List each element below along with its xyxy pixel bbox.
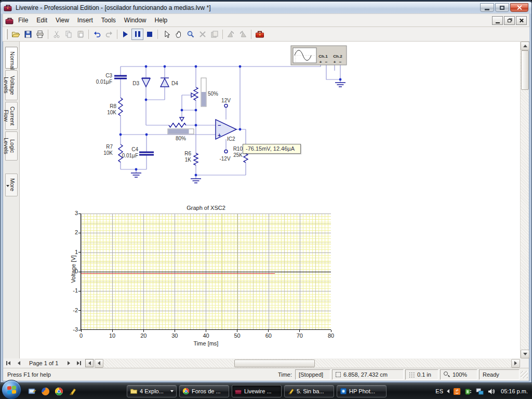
start-button[interactable] (2, 380, 21, 399)
ground-symbol[interactable] (335, 83, 345, 87)
scroll-up-button[interactable] (521, 42, 529, 50)
taskbar-item-sin-ba[interactable]: 5. Sin ba... (284, 385, 334, 397)
diode-d4[interactable] (161, 78, 169, 87)
label-pot1: 50% (208, 91, 218, 97)
delete-tool-button[interactable] (196, 29, 208, 40)
oscilloscope-xsc2[interactable]: Ch.1 Ch.2 + − + − (291, 46, 347, 65)
redo-icon (105, 30, 113, 38)
next-page-button[interactable] (63, 359, 74, 367)
capacitor-c3[interactable] (114, 76, 127, 78)
diode-d3[interactable] (142, 78, 150, 87)
java-icon[interactable] (453, 388, 461, 395)
potentiometer-50[interactable] (180, 87, 198, 121)
ground-symbol[interactable] (131, 173, 141, 177)
library-button[interactable] (208, 29, 220, 40)
copy-button[interactable] (62, 29, 74, 40)
taskbar-item-foros[interactable]: Foros de ... (179, 385, 229, 397)
copy-icon (64, 30, 73, 38)
capacitor-c4[interactable] (139, 152, 154, 155)
last-page-button[interactable] (74, 359, 84, 367)
wires[interactable] (121, 65, 340, 179)
horizontal-scroll-track[interactable] (103, 359, 511, 368)
x-tick-label: 40 (198, 332, 214, 339)
mdi-restore-button[interactable] (504, 16, 515, 25)
tray-collapse-icon[interactable] (447, 389, 449, 393)
redo-button[interactable] (103, 29, 115, 40)
menu-insert[interactable]: Insert (73, 15, 97, 26)
close-button[interactable] (510, 3, 528, 12)
stop-button[interactable] (143, 29, 155, 40)
ground-symbol[interactable] (191, 179, 201, 183)
maximize-button[interactable] (495, 3, 509, 12)
chrome-icon[interactable] (55, 387, 63, 396)
resistor-r6[interactable] (194, 153, 198, 165)
rotate-right-button[interactable] (237, 29, 249, 40)
x-tick-label: 10 (104, 332, 120, 339)
scroll-right-button[interactable] (511, 359, 520, 368)
vertical-scroll-track[interactable] (521, 50, 529, 350)
tab-normal[interactable]: Normal (5, 47, 18, 69)
volume-icon[interactable] (487, 388, 495, 395)
undo-button[interactable] (91, 29, 103, 40)
network-icon[interactable] (476, 388, 484, 395)
taskbar-clock[interactable]: 05:16 p.m. (501, 388, 528, 394)
y-tick-label: 0 (61, 268, 78, 274)
taskbar-item-explorer[interactable]: 4 Explo... (127, 385, 177, 397)
mdi-minimize-button[interactable] (492, 16, 503, 25)
select-tool-button[interactable] (161, 29, 172, 40)
mdi-close-icon (519, 18, 524, 23)
run-button[interactable] (119, 29, 131, 40)
scroll-down-button[interactable] (521, 350, 529, 358)
power-plug-icon[interactable] (464, 388, 472, 395)
taskbar-item-livewire[interactable]: Livewire ... (232, 385, 282, 397)
potentiometer-80[interactable] (169, 123, 186, 127)
undo-icon (93, 30, 101, 38)
tab-voltage-levels[interactable]: Voltage Levels (5, 70, 18, 100)
zoom-tool-button[interactable] (184, 29, 196, 40)
vertical-scrollbar[interactable] (520, 42, 529, 358)
supply-positive-terminal[interactable] (224, 104, 228, 108)
menu-tools[interactable]: Tools (97, 15, 120, 26)
open-button[interactable] (10, 29, 22, 40)
menu-help[interactable]: Help (151, 15, 172, 26)
toolbox-button[interactable] (254, 29, 265, 40)
tab-more[interactable]: More (5, 174, 18, 196)
previous-page-button[interactable] (14, 359, 24, 367)
pot-sliders[interactable] (168, 78, 206, 134)
pane-splitter-button[interactable] (85, 359, 94, 367)
tab-current-flow[interactable]: Current Flow (5, 102, 18, 130)
resize-grip[interactable] (521, 371, 528, 378)
firefox-icon[interactable] (41, 387, 50, 396)
tab-logic-levels[interactable]: Logic Levels (5, 131, 18, 161)
pause-button[interactable] (131, 29, 143, 40)
scope-ch1-label: Ch.1 (318, 54, 328, 59)
taskbar-item-hp-photo[interactable]: HP Phot... (337, 385, 387, 397)
status-zoom[interactable]: 100% (440, 369, 477, 380)
document-icon[interactable] (5, 16, 14, 25)
rotate-left-button[interactable] (225, 29, 237, 40)
toolbar-grip[interactable] (6, 29, 8, 39)
pan-tool-button[interactable] (172, 29, 184, 40)
supply-negative-terminal[interactable] (224, 150, 228, 153)
mdi-close-button[interactable] (516, 16, 527, 25)
paste-button[interactable] (74, 29, 86, 40)
menu-window[interactable]: Window (120, 15, 151, 26)
language-indicator[interactable]: ES (435, 388, 443, 394)
horizontal-scroll-thumb[interactable] (234, 360, 315, 367)
first-page-button[interactable] (3, 359, 14, 367)
brush-icon[interactable] (68, 387, 77, 396)
graph-plot-area[interactable] (81, 214, 331, 330)
minimize-button[interactable] (480, 3, 494, 12)
print-button[interactable] (34, 29, 46, 40)
menu-view[interactable]: View (51, 15, 73, 26)
show-desktop-icon[interactable] (28, 387, 36, 396)
save-button[interactable] (22, 29, 34, 40)
vertical-scroll-thumb[interactable] (521, 50, 529, 90)
menu-file[interactable]: File (14, 15, 32, 26)
cut-button[interactable] (50, 29, 62, 40)
schematic-canvas[interactable]: Ch.1 Ch.2 + − + − (20, 42, 520, 358)
resistor-r8[interactable] (118, 98, 123, 116)
menu-edit[interactable]: Edit (32, 15, 51, 26)
components[interactable] (114, 76, 345, 183)
scroll-left-button[interactable] (95, 359, 103, 368)
